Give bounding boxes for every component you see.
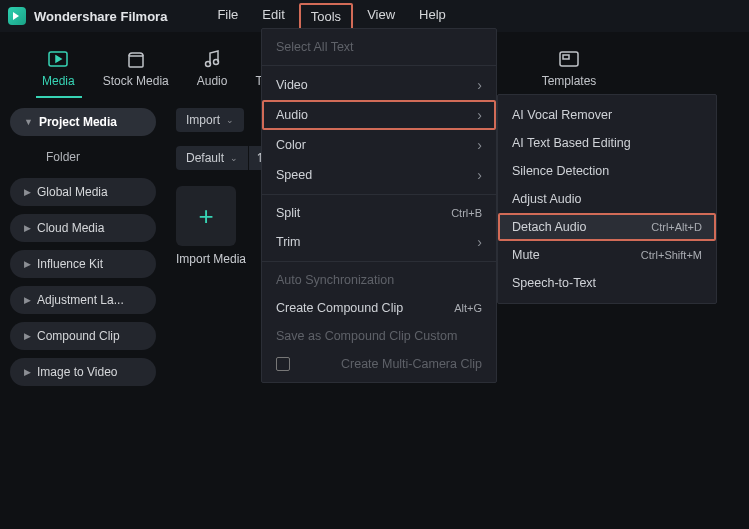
menu-help[interactable]: Help bbox=[409, 3, 456, 30]
chevron-down-icon: ▼ bbox=[24, 117, 33, 127]
sub-label: Mute bbox=[512, 248, 540, 262]
menu-separator bbox=[262, 194, 496, 195]
tab-media-label: Media bbox=[42, 74, 75, 88]
import-label: Import bbox=[186, 113, 220, 127]
dd-shortcut: Ctrl+B bbox=[451, 207, 482, 219]
menu-separator bbox=[262, 65, 496, 66]
tools-select-all-text: Select All Text bbox=[262, 33, 496, 61]
tools-video[interactable]: Video bbox=[262, 70, 496, 100]
menu-tools[interactable]: Tools bbox=[299, 3, 353, 30]
templates-icon bbox=[558, 48, 580, 70]
tools-save-compound: Save as Compound Clip Custom bbox=[262, 322, 496, 350]
dd-label: Create Multi-Camera Clip bbox=[341, 357, 482, 371]
sub-shortcut: Ctrl+Shift+M bbox=[641, 249, 702, 261]
tools-audio[interactable]: Audio bbox=[262, 100, 496, 130]
sub-label: Detach Audio bbox=[512, 220, 586, 234]
audio-detach[interactable]: Detach AudioCtrl+Alt+D bbox=[498, 213, 716, 241]
dd-shortcut: Alt+G bbox=[454, 302, 482, 314]
sidebar-item-img2video[interactable]: ▶Image to Video bbox=[10, 358, 156, 386]
import-dropdown[interactable]: Import ⌄ bbox=[176, 108, 244, 132]
tools-split[interactable]: SplitCtrl+B bbox=[262, 199, 496, 227]
dd-label: Speed bbox=[276, 168, 312, 182]
menu-edit[interactable]: Edit bbox=[252, 3, 294, 30]
svg-rect-4 bbox=[563, 55, 569, 59]
tab-audio[interactable]: Audio bbox=[197, 48, 228, 88]
audio-speech-to-text[interactable]: Speech-to-Text bbox=[498, 269, 716, 297]
sidebar-label: Adjustment La... bbox=[37, 293, 124, 307]
tools-dropdown: Select All Text Video Audio Color Speed … bbox=[261, 28, 497, 383]
tools-trim[interactable]: Trim bbox=[262, 227, 496, 257]
chevron-right-icon: ▶ bbox=[24, 331, 31, 341]
media-icon bbox=[47, 48, 69, 70]
sidebar-label: Cloud Media bbox=[37, 221, 104, 235]
dd-label: Color bbox=[276, 138, 306, 152]
menubar: File Edit Tools View Help bbox=[207, 3, 455, 30]
chevron-right-icon: ▶ bbox=[24, 367, 31, 377]
sort-default[interactable]: Default ⌄ bbox=[176, 146, 248, 170]
svg-point-1 bbox=[206, 62, 211, 67]
sidebar: ▼ Project Media Folder ▶Global Media ▶Cl… bbox=[0, 96, 166, 398]
sidebar-label: Compound Clip bbox=[37, 329, 120, 343]
chevron-right-icon: ▶ bbox=[24, 187, 31, 197]
plus-icon: + bbox=[198, 201, 213, 232]
sidebar-folder[interactable]: Folder bbox=[10, 144, 156, 170]
audio-ai-vocal-remover[interactable]: AI Vocal Remover bbox=[498, 101, 716, 129]
menu-file[interactable]: File bbox=[207, 3, 248, 30]
dd-label: Trim bbox=[276, 235, 301, 249]
tools-multi-camera: Create Multi-Camera Clip bbox=[262, 350, 496, 378]
dd-label: Create Compound Clip bbox=[276, 301, 403, 315]
camera-icon bbox=[276, 357, 290, 371]
menu-view[interactable]: View bbox=[357, 3, 405, 30]
tab-stock[interactable]: Stock Media bbox=[103, 48, 169, 88]
sidebar-project-media[interactable]: ▼ Project Media bbox=[10, 108, 156, 136]
dd-label: Split bbox=[276, 206, 300, 220]
audio-silence-detection[interactable]: Silence Detection bbox=[498, 157, 716, 185]
menu-separator bbox=[262, 261, 496, 262]
tab-audio-label: Audio bbox=[197, 74, 228, 88]
stock-icon bbox=[125, 48, 147, 70]
audio-adjust[interactable]: Adjust Audio bbox=[498, 185, 716, 213]
tools-auto-sync: Auto Synchronization bbox=[262, 266, 496, 294]
tools-color[interactable]: Color bbox=[262, 130, 496, 160]
sidebar-label: Global Media bbox=[37, 185, 108, 199]
sidebar-item-influence[interactable]: ▶Influence Kit bbox=[10, 250, 156, 278]
audio-icon bbox=[201, 48, 223, 70]
app-logo-icon bbox=[8, 7, 26, 25]
svg-point-2 bbox=[214, 60, 219, 65]
chevron-down-icon: ⌄ bbox=[226, 115, 234, 125]
import-card[interactable]: + bbox=[176, 186, 236, 246]
tab-templates[interactable]: Templates bbox=[542, 48, 597, 88]
sidebar-item-compound[interactable]: ▶Compound Clip bbox=[10, 322, 156, 350]
tab-stock-label: Stock Media bbox=[103, 74, 169, 88]
default-label: Default bbox=[186, 151, 224, 165]
app-title: Wondershare Filmora bbox=[34, 9, 167, 24]
chevron-right-icon: ▶ bbox=[24, 259, 31, 269]
sidebar-item-cloud[interactable]: ▶Cloud Media bbox=[10, 214, 156, 242]
chevron-down-icon: ⌄ bbox=[230, 153, 238, 163]
sidebar-item-adjustment[interactable]: ▶Adjustment La... bbox=[10, 286, 156, 314]
dd-label: Audio bbox=[276, 108, 308, 122]
dd-label: Video bbox=[276, 78, 308, 92]
sidebar-label: Image to Video bbox=[37, 365, 118, 379]
chevron-right-icon: ▶ bbox=[24, 223, 31, 233]
tab-media[interactable]: Media bbox=[42, 48, 75, 88]
chevron-right-icon: ▶ bbox=[24, 295, 31, 305]
sidebar-item-global[interactable]: ▶Global Media bbox=[10, 178, 156, 206]
tools-speed[interactable]: Speed bbox=[262, 160, 496, 190]
audio-ai-text-editing[interactable]: AI Text Based Editing bbox=[498, 129, 716, 157]
tab-templates-label: Templates bbox=[542, 74, 597, 88]
sidebar-label: Project Media bbox=[39, 115, 117, 129]
sidebar-label: Influence Kit bbox=[37, 257, 103, 271]
tools-create-compound[interactable]: Create Compound ClipAlt+G bbox=[262, 294, 496, 322]
audio-mute[interactable]: MuteCtrl+Shift+M bbox=[498, 241, 716, 269]
sub-shortcut: Ctrl+Alt+D bbox=[651, 221, 702, 233]
audio-submenu: AI Vocal Remover AI Text Based Editing S… bbox=[497, 94, 717, 304]
